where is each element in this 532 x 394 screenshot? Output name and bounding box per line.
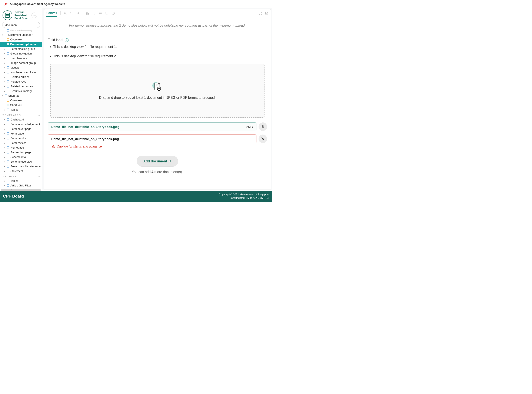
- collapse-icon: ▴▾: [39, 175, 40, 177]
- zoom-out-icon[interactable]: [70, 11, 73, 15]
- remove-file-button[interactable]: [258, 135, 267, 143]
- canvas: Canvas For demon: [42, 8, 272, 191]
- file-row: Demo_file_not_deletable_on_Storybook.png…: [44, 135, 271, 148]
- file-name: Demo_file_not_deletable_on_Storybook.png: [51, 137, 119, 141]
- tree-item[interactable]: ▸Related resources: [0, 84, 42, 89]
- measure-icon[interactable]: [99, 11, 102, 15]
- add-note: You can add 4 more document(s).: [44, 170, 271, 174]
- footer-title: CPF Board: [3, 194, 24, 199]
- svg-line-7: [72, 14, 73, 14]
- plus-icon: +: [169, 159, 171, 163]
- tree-item[interactable]: Short tour: [0, 103, 42, 108]
- field-label: Field label i: [48, 38, 267, 42]
- tree-item[interactable]: ▸Form acknowledgement: [0, 122, 42, 127]
- open-external-icon[interactable]: [265, 11, 268, 15]
- requirement-item: This is desktop view for file requiremen…: [53, 54, 267, 58]
- accessibility-icon[interactable]: [112, 11, 115, 15]
- tree-item[interactable]: Overview: [0, 98, 42, 103]
- tree-item[interactable]: ▸Global navigation: [0, 51, 42, 56]
- demo-note: For demonstrative purposes, the 2 demo f…: [48, 24, 267, 27]
- dropzone-text: Drag and drop to add at least 1 document…: [99, 96, 216, 100]
- file-card[interactable]: Demo_file_not_deletable_on_Storybook.jpe…: [48, 122, 256, 131]
- svg-point-29: [53, 147, 53, 147]
- footer: CPF Board Copyright © 2022, Government o…: [0, 191, 272, 202]
- canvas-body: For demonstrative purposes, the 2 demo f…: [44, 17, 271, 189]
- tree-item[interactable]: ▸Tables: [0, 108, 42, 112]
- file-name[interactable]: Demo_file_not_deletable_on_Storybook.jpe…: [51, 125, 120, 129]
- trash-icon: [261, 125, 265, 129]
- tree-item[interactable]: ▸Image content group: [0, 61, 42, 65]
- tree-item[interactable]: ▸Dashboard: [0, 117, 42, 122]
- section-archive[interactable]: ARCHIVE ▴▾: [0, 173, 42, 179]
- svg-rect-13: [86, 13, 88, 15]
- tree-item-overview[interactable]: Overview: [0, 37, 42, 42]
- svg-rect-12: [88, 12, 89, 13]
- collapse-icon: ▴▾: [39, 114, 40, 116]
- tree-item[interactable]: ▸Form page: [0, 131, 42, 136]
- tree-item[interactable]: ▸Form review: [0, 141, 42, 145]
- tree-item[interactable]: ▸Modals: [0, 65, 42, 70]
- tree-item[interactable]: ▸Form cover page: [0, 127, 42, 131]
- svg-rect-14: [88, 13, 89, 15]
- tree-item-document-uploader-folder[interactable]: ▾Document uploader: [0, 33, 42, 37]
- gov-banner-text: A Singapore Government Agency Website: [10, 2, 65, 5]
- navigation-tree: Dashboard summary ▾Document uploader Ove…: [0, 29, 42, 189]
- tree-item[interactable]: ▸Form results: [0, 136, 42, 141]
- file-row: Demo_file_not_deletable_on_Storybook.jpe…: [44, 122, 271, 131]
- section-templates[interactable]: TEMPLATES ▴▾: [0, 112, 42, 117]
- tree-item[interactable]: ▸Form stacked group: [0, 47, 42, 51]
- tree-item[interactable]: ▸Homepage: [0, 145, 42, 150]
- grid-icon[interactable]: [86, 11, 89, 15]
- requirement-item: This is desktop view for file requiremen…: [53, 45, 267, 49]
- tree-item[interactable]: ▸Banner: [0, 188, 42, 189]
- svg-rect-17: [99, 13, 102, 14]
- tree-item[interactable]: ▸Scheme info: [0, 155, 42, 159]
- tree-item[interactable]: ▸Scheme overview: [0, 159, 42, 164]
- svg-rect-21: [106, 12, 108, 15]
- dropzone[interactable]: Drag and drop to add at least 1 document…: [50, 64, 264, 118]
- gov-banner: A Singapore Government Agency Website: [0, 0, 272, 8]
- lion-icon: [4, 2, 8, 6]
- svg-point-23: [113, 12, 114, 13]
- delete-file-button[interactable]: [258, 122, 267, 131]
- upload-icon: [153, 82, 162, 91]
- fullscreen-icon[interactable]: [258, 11, 262, 15]
- tree-item-cut: Dashboard summary: [0, 29, 42, 33]
- sidebar: Central Provident Fund Board ⋯ ✕ Dashboa…: [0, 8, 42, 191]
- tree-item[interactable]: ▸Results summary: [0, 89, 42, 93]
- tree-item[interactable]: ▸Redirection page: [0, 150, 42, 155]
- tree-item-document-uploader[interactable]: Document uploader: [0, 42, 42, 47]
- info-icon[interactable]: i: [65, 38, 68, 42]
- tree-item[interactable]: ▸Statement: [0, 169, 42, 173]
- tree-item[interactable]: ▸Related articles: [0, 75, 42, 79]
- tree-item[interactable]: ▸Article Grid Filter: [0, 183, 42, 188]
- close-icon: [261, 137, 265, 141]
- add-document-button[interactable]: Add document +: [137, 156, 178, 167]
- svg-point-9: [77, 12, 78, 14]
- zoom-reset-icon[interactable]: [76, 11, 80, 15]
- brand: Central Provident Fund Board ⋯: [0, 8, 42, 22]
- tree-item[interactable]: ▸Tables: [0, 179, 42, 183]
- tree-item-short-tour-folder[interactable]: ▾Short tour: [0, 93, 42, 98]
- error-caption: Caption for status and guidance: [48, 143, 256, 148]
- file-card-error[interactable]: Demo_file_not_deletable_on_Storybook.png: [48, 135, 256, 143]
- tree-item[interactable]: ▸Hero banners: [0, 56, 42, 61]
- svg-line-10: [78, 14, 79, 14]
- svg-rect-15: [93, 12, 95, 14]
- brand-text: Central Provident Fund Board: [15, 11, 29, 20]
- brand-more-button[interactable]: ⋯: [31, 13, 37, 18]
- svg-rect-11: [86, 12, 88, 13]
- outline-icon[interactable]: [105, 11, 108, 15]
- search-input[interactable]: [5, 23, 41, 27]
- tree-item[interactable]: ▸Related FAQ: [0, 79, 42, 84]
- tree-item[interactable]: ▸Search results reference: [0, 164, 42, 169]
- footer-meta: Copyright © 2022, Government of Singapor…: [219, 193, 269, 200]
- tab-canvas[interactable]: Canvas: [46, 9, 57, 17]
- zoom-in-icon[interactable]: [64, 11, 67, 15]
- brand-seal-icon: [3, 10, 12, 20]
- tree-item[interactable]: ▸Numbered card listing: [0, 70, 42, 75]
- search-box[interactable]: ✕: [2, 22, 40, 28]
- viewport-icon[interactable]: [92, 11, 96, 15]
- file-size: 2MB: [246, 125, 253, 129]
- svg-line-3: [66, 14, 66, 14]
